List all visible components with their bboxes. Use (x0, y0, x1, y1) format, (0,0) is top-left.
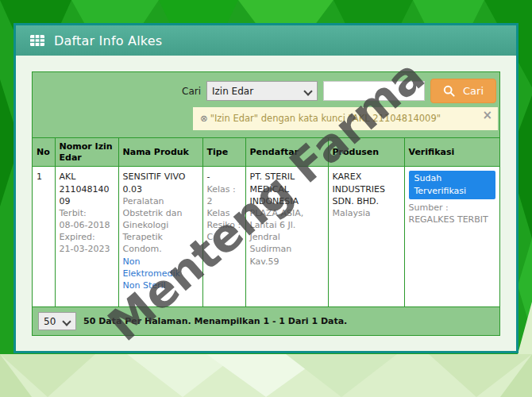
panel-content: Cari Izin Edar Cari (16, 56, 516, 336)
kategori-link-non-steril[interactable]: Non Steril (123, 279, 166, 291)
page-title: Daftar Info Alkes (54, 33, 162, 48)
kelas: Kelas : 2 (207, 183, 241, 207)
cell-tipe: - Kelas : 2 Kelas Resiko : C (202, 167, 245, 307)
alert-text: "Izin Edar" dengan kata kunci "AKL 21104… (210, 113, 441, 124)
per-page-dropdown[interactable]: 50 (39, 314, 75, 330)
status-badge: Sudah Terverifikasi (409, 171, 496, 198)
col-header-verifikasi: Verifikasi (404, 137, 499, 167)
table-footer: 50 50 Data Per Halaman. Menampilkan 1 - … (33, 307, 499, 335)
terbit-date: 08-06-2018 (60, 219, 114, 231)
cell-verifikasi: Sudah Terverifikasi Sumber : REGALKES TE… (404, 167, 499, 307)
col-header-no: No (33, 137, 55, 167)
pendaftar-nama: PT. STERIL MEDICAL INDONESIA (250, 171, 324, 207)
alert-row: ⊗"Izin Edar" dengan kata kunci "AKL 2110… (33, 105, 499, 137)
kelas-resiko: Kelas Resiko : C (207, 207, 241, 244)
nama-produk: SENSITIF VIVO 0.03 (123, 171, 199, 195)
expired-label: Expired: (60, 231, 114, 243)
cell-no: 1 (33, 167, 55, 307)
nomor-izin: AKL 21104814009 (60, 171, 114, 207)
search-filter-dropdown[interactable]: Izin Edar (207, 82, 317, 100)
search-filter-select[interactable]: Izin Edar (206, 81, 318, 101)
pendaftar-alamat: PLAZA ASIA, Lantai 6 Jl. Jendral Sudirma… (250, 207, 324, 268)
search-result-alert: ⊗"Izin Edar" dengan kata kunci "AKL 2110… (193, 107, 498, 130)
pagination-summary: 50 Data Per Halaman. Menampilkan 1 - 1 D… (83, 316, 347, 326)
panel-titlebar: Daftar Info Alkes (16, 25, 516, 56)
produsen-negara: Malaysia (333, 207, 400, 219)
search-label: Cari (182, 86, 201, 97)
circled-x-icon: ⊗ (200, 113, 208, 124)
main-panel: Daftar Info Alkes Cari Izin Edar (13, 23, 519, 353)
table-row: 1 AKL 21104814009 Terbit: 08-06-2018 Exp… (33, 167, 499, 307)
search-bar: Cari Izin Edar Cari (33, 72, 499, 105)
alkes-table: No Nomor Izin Edar Nama Produk Tipe Pend… (33, 137, 499, 308)
close-icon[interactable]: × (482, 110, 492, 121)
search-and-table-container: Cari Izin Edar Cari (32, 71, 500, 336)
cell-nama-produk: SENSITIF VIVO 0.03 Peralatan Obstetrik d… (118, 167, 202, 307)
table-grid-icon (29, 34, 45, 47)
expired-date: 21-03-2023 (60, 243, 114, 255)
search-icon (443, 85, 455, 97)
verifikasi-sumber: Sumber : REGALKES TERBIT (409, 202, 496, 225)
cell-nomor-izin-edar: AKL 21104814009 Terbit: 08-06-2018 Expir… (55, 167, 118, 307)
col-header-pendaftar: Pendaftar (245, 137, 328, 167)
table-header-row: No Nomor Izin Edar Nama Produk Tipe Pend… (33, 137, 499, 167)
per-page-select[interactable]: 50 (38, 312, 76, 330)
search-input[interactable] (323, 81, 425, 101)
search-button[interactable]: Cari (430, 79, 496, 103)
produk-deskripsi: Peralatan Obstetrik dan Ginekologi Terap… (123, 195, 199, 256)
row-number: 1 (37, 172, 42, 182)
produsen-nama: KAREX INDUSTRIES SDN. BHD. (333, 171, 400, 207)
cell-produsen: KAREX INDUSTRIES SDN. BHD. Malaysia (328, 167, 404, 307)
col-header-tipe: Tipe (202, 137, 245, 167)
tipe-value: - (207, 171, 241, 183)
col-header-produsen: Produsen (328, 137, 404, 167)
kategori-link-non-elektromedik[interactable]: Non Elektromedik (123, 256, 199, 279)
cell-pendaftar: PT. STERIL MEDICAL INDONESIA PLAZA ASIA,… (245, 167, 328, 307)
col-header-nama-produk: Nama Produk (118, 137, 202, 167)
search-button-label: Cari (463, 85, 484, 97)
terbit-label: Terbit: (60, 207, 114, 219)
col-header-nomor-izin-edar: Nomor Izin Edar (55, 137, 118, 167)
